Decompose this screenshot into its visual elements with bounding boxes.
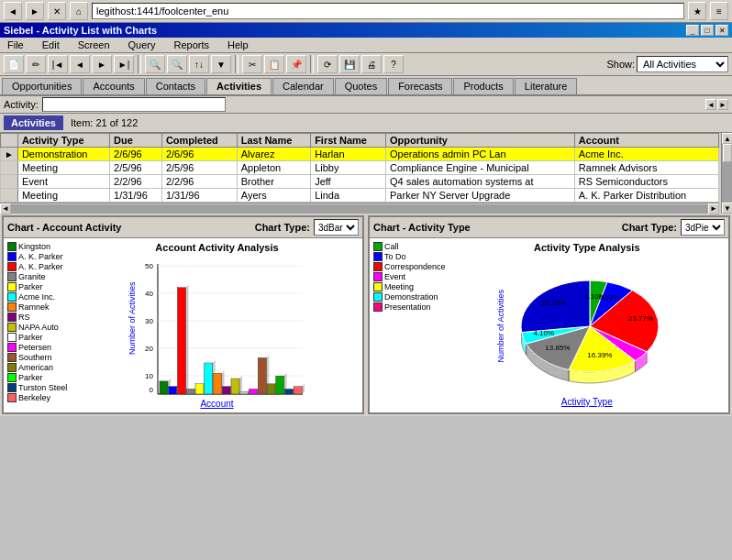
maximize-button[interactable]: □ xyxy=(701,25,714,36)
cut-button[interactable]: ✂ xyxy=(242,55,262,73)
svg-rect-37 xyxy=(231,379,239,394)
back-button[interactable]: ◄ xyxy=(4,2,22,20)
menu-screen[interactable]: Screen xyxy=(72,38,116,51)
paste-button[interactable]: 📌 xyxy=(286,55,306,73)
chart-type-select-2[interactable]: 3dPie Pie Bar Line xyxy=(681,219,725,236)
tab-products[interactable]: Products xyxy=(453,78,513,94)
row-opportunity: Q4 sales automation systems at xyxy=(386,175,575,189)
tab-quotes[interactable]: Quotes xyxy=(335,78,387,94)
legend-item: To Do xyxy=(373,252,446,261)
table-row[interactable]: Meeting 1/31/96 1/31/96 Ayers Linda Park… xyxy=(1,189,719,203)
tab-activities[interactable]: Activities xyxy=(206,78,272,94)
copy-button[interactable]: 📋 xyxy=(264,55,284,73)
activity-scroll-right[interactable]: ► xyxy=(717,99,728,110)
svg-rect-49 xyxy=(267,384,275,394)
chart-account-title: Chart - Account Activity xyxy=(7,222,121,233)
prev-button[interactable]: ◄ xyxy=(70,55,90,73)
print-button[interactable]: 🖨 xyxy=(361,55,382,73)
chart-type-label-1: Chart Type: xyxy=(255,222,310,233)
chart-type-select-1[interactable]: 3dBar Bar Line Pie xyxy=(314,219,359,236)
table-hscrollbar[interactable]: ◄ ► xyxy=(0,203,719,214)
stop-button[interactable]: ✕ xyxy=(48,2,66,20)
home-button[interactable]: ⌂ xyxy=(70,2,88,20)
sort-button[interactable]: ↑↓ xyxy=(189,55,209,73)
tab-accounts[interactable]: Accounts xyxy=(83,78,144,94)
minimize-button[interactable]: _ xyxy=(686,25,699,36)
menu-file[interactable]: File xyxy=(2,38,29,51)
filter-button[interactable]: ▼ xyxy=(211,55,231,73)
forward-button[interactable]: ► xyxy=(26,2,44,20)
row-last-name: Ayers xyxy=(237,189,310,203)
col-account[interactable]: Account xyxy=(574,134,718,148)
scroll-up-button[interactable]: ▲ xyxy=(722,133,732,144)
legend-item: Event xyxy=(373,272,446,281)
tab-opportunities[interactable]: Opportunities xyxy=(2,78,82,94)
menu-help[interactable]: Help xyxy=(222,38,254,51)
next-button[interactable]: ► xyxy=(92,55,112,73)
row-first-name: Harlan xyxy=(311,148,386,161)
row-opportunity: Operations admin PC Lan xyxy=(386,148,575,161)
item-count: Item: 21 of 122 xyxy=(71,117,138,128)
app-title: Siebel - Activity List with Charts xyxy=(4,25,157,36)
row-account: Acme Inc. xyxy=(574,148,718,161)
menu-bar: File Edit Screen Query Reports Help xyxy=(0,38,732,53)
col-first-name[interactable]: First Name xyxy=(311,134,386,148)
col-completed[interactable]: Completed xyxy=(161,134,237,148)
svg-rect-13 xyxy=(160,381,168,394)
refresh-button[interactable]: ⟳ xyxy=(317,55,338,73)
first-button[interactable]: |◄ xyxy=(48,55,68,73)
edit-button[interactable]: ✏ xyxy=(26,55,46,73)
tab-forecasts[interactable]: Forecasts xyxy=(388,78,452,94)
svg-rect-28 xyxy=(204,363,212,394)
table-row[interactable]: ► Demonstration 2/6/96 2/6/96 Alvarez Ha… xyxy=(1,148,719,161)
hscroll-track xyxy=(11,204,708,214)
row-completed: 2/5/96 xyxy=(161,161,237,175)
activities-header: Activities Item: 21 of 122 xyxy=(0,114,732,133)
address-bar[interactable] xyxy=(92,3,684,19)
table-row[interactable]: Event 2/2/96 2/2/96 Brother Jeff Q4 sale… xyxy=(1,175,719,189)
hscroll-right-button[interactable]: ► xyxy=(708,203,719,214)
show-select[interactable]: All Activities My Activities Team Activi… xyxy=(637,56,728,72)
col-last-name[interactable]: Last Name xyxy=(237,134,310,148)
help-button[interactable]: ? xyxy=(383,55,404,73)
col-opportunity[interactable]: Opportunity xyxy=(386,134,575,148)
table-vscrollbar[interactable]: ▲ ▼ xyxy=(721,133,732,214)
legend-item: Call xyxy=(373,242,446,251)
save-button[interactable]: 💾 xyxy=(339,55,360,73)
chart-type-label-2: Chart Type: xyxy=(622,222,677,233)
legend-item: Granite xyxy=(7,272,72,281)
toolbar-separator3 xyxy=(310,55,314,73)
menu-query[interactable]: Query xyxy=(123,38,161,51)
search2-button[interactable]: 🔍 xyxy=(167,55,187,73)
table-row[interactable]: Meeting 2/5/96 2/5/96 Appleton Libby Com… xyxy=(1,161,719,175)
close-button[interactable]: ✕ xyxy=(715,25,728,36)
hscroll-left-button[interactable]: ◄ xyxy=(0,203,11,214)
chart-account-xlabel[interactable]: Account xyxy=(200,399,233,409)
legend-item: Kingston xyxy=(7,242,72,251)
row-last-name: Appleton xyxy=(237,161,310,175)
row-opportunity: Parker NY Server Upgrade xyxy=(386,189,575,203)
last-button[interactable]: ►| xyxy=(114,55,134,73)
row-indicator xyxy=(1,161,18,175)
menu-edit[interactable]: Edit xyxy=(37,38,65,51)
tab-contacts[interactable]: Contacts xyxy=(146,78,205,94)
new-button[interactable]: 📄 xyxy=(4,55,24,73)
scroll-down-button[interactable]: ▼ xyxy=(722,203,732,214)
svg-rect-22 xyxy=(186,389,194,394)
activity-scroll-left[interactable]: ◄ xyxy=(705,99,716,110)
tab-calendar[interactable]: Calendar xyxy=(272,78,334,94)
menu-reports[interactable]: Reports xyxy=(169,38,216,51)
activity-input[interactable] xyxy=(42,97,226,112)
menu-button[interactable]: ≡ xyxy=(710,2,728,20)
tab-literature[interactable]: Literature xyxy=(515,78,577,94)
svg-rect-46 xyxy=(258,357,266,394)
chart-activity-xlabel[interactable]: Activity Type xyxy=(561,397,613,407)
favorites-button[interactable]: ★ xyxy=(688,2,706,20)
scroll-thumb[interactable] xyxy=(723,144,732,162)
svg-text:26.23%: 26.23% xyxy=(541,299,566,307)
toolbar: 📄 ✏ |◄ ◄ ► ►| 🔍 🔍 ↑↓ ▼ ✂ 📋 📌 ⟳ 💾 🖨 ? Sho… xyxy=(0,53,732,76)
row-activity-type: Meeting xyxy=(17,161,109,175)
col-due[interactable]: Due xyxy=(110,134,162,148)
col-activity-type[interactable]: Activity Type xyxy=(17,134,109,148)
search-button[interactable]: 🔍 xyxy=(145,55,165,73)
